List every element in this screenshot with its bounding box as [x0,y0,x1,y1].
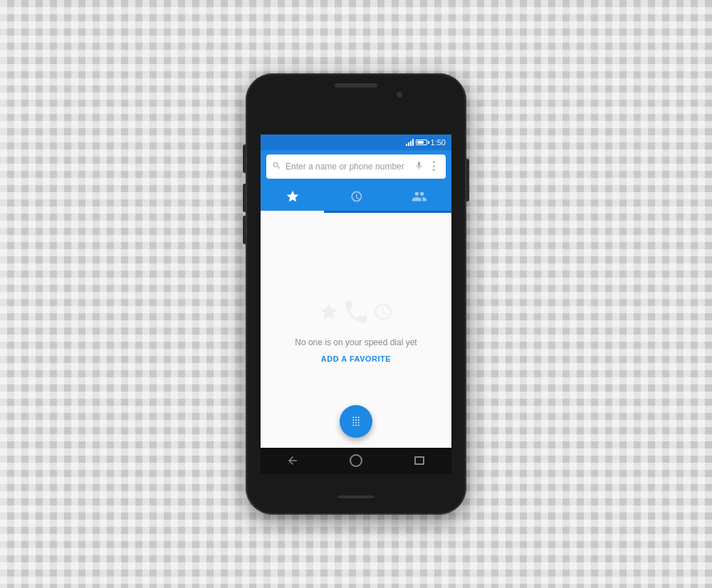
more-icon[interactable]: ⋮ [428,159,440,173]
navigation-bar [261,448,451,474]
empty-state-message: No one is on your speed dial yet [295,337,417,347]
phone-screen: 1:50 Enter a name or phone number [261,135,451,448]
search-bar[interactable]: Enter a name or phone number ⋮ [261,150,451,183]
phone-speaker [335,83,377,88]
signal-icon [406,139,414,146]
phone-device: 1:50 Enter a name or phone number [246,73,466,515]
fab-dialpad[interactable] [340,405,372,438]
mic-icon[interactable] [414,160,424,173]
tab-recent[interactable] [324,183,387,211]
battery-icon [416,140,427,145]
nav-back-button[interactable] [283,451,303,471]
nav-home-button[interactable] [346,451,366,471]
status-time: 1:50 [431,138,446,147]
search-icon [272,161,281,172]
content-area: No one is on your speed dial yet ADD A F… [261,213,451,448]
search-input-box[interactable]: Enter a name or phone number ⋮ [266,154,446,179]
search-placeholder: Enter a name or phone number [286,162,410,172]
add-favorite-button[interactable]: ADD A FAVORITE [321,355,391,363]
phone-bottom [338,474,374,515]
tab-contacts[interactable] [388,183,451,211]
phone-camera [397,92,402,98]
tab-favorites[interactable] [261,183,324,213]
home-indicator [338,495,374,498]
tab-bar [261,183,451,213]
status-bar: 1:50 [261,135,451,150]
battery-fill [417,141,424,144]
nav-recents-button[interactable] [409,451,429,471]
empty-state-illustration [319,298,393,326]
status-icons: 1:50 [406,138,446,147]
